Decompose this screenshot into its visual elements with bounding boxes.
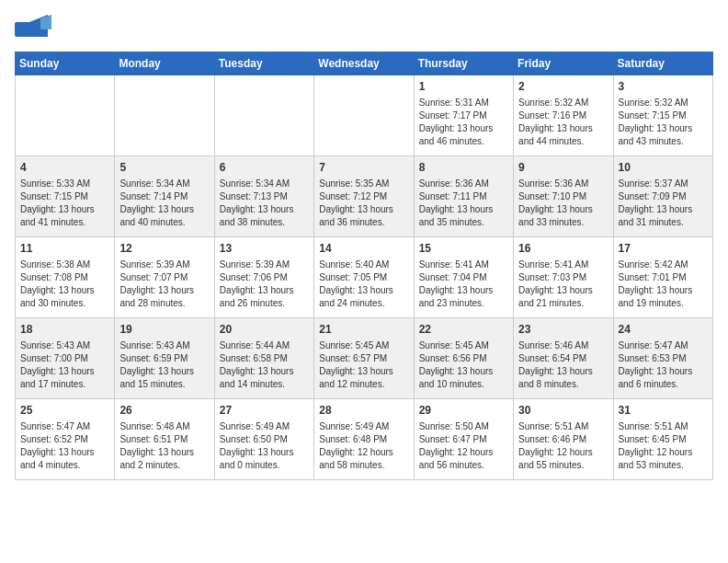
day-number: 12 bbox=[119, 241, 209, 257]
day-number: 3 bbox=[619, 79, 708, 95]
calendar-cell: 6Sunrise: 5:34 AMSunset: 7:13 PMDaylight… bbox=[214, 156, 313, 237]
day-number: 8 bbox=[419, 160, 508, 176]
day-info: Daylight: 13 hours bbox=[220, 203, 309, 216]
calendar-cell: 15Sunrise: 5:41 AMSunset: 7:04 PMDayligh… bbox=[414, 237, 513, 318]
svg-rect-0 bbox=[15, 22, 31, 37]
day-info: and 35 minutes. bbox=[419, 216, 508, 229]
calendar-cell: 22Sunrise: 5:45 AMSunset: 6:56 PMDayligh… bbox=[414, 318, 513, 399]
day-info: Daylight: 13 hours bbox=[518, 365, 608, 378]
day-info: Sunrise: 5:41 AM bbox=[419, 259, 508, 271]
day-info: Daylight: 13 hours bbox=[518, 203, 608, 216]
day-info: Daylight: 13 hours bbox=[319, 284, 408, 297]
day-info: Sunset: 7:06 PM bbox=[220, 271, 309, 284]
day-info: and 31 minutes. bbox=[619, 216, 708, 229]
day-info: and 0 minutes. bbox=[220, 459, 309, 472]
calendar-cell: 19Sunrise: 5:43 AMSunset: 6:59 PMDayligh… bbox=[115, 318, 214, 399]
day-info: Sunset: 7:07 PM bbox=[119, 271, 209, 284]
weekday-header: Friday bbox=[514, 52, 613, 75]
day-number: 24 bbox=[619, 322, 708, 338]
day-info: and 12 minutes. bbox=[319, 378, 408, 391]
day-info: and 15 minutes. bbox=[119, 378, 209, 391]
weekday-header: Tuesday bbox=[214, 52, 313, 75]
day-info: Sunrise: 5:51 AM bbox=[518, 420, 608, 433]
day-info: and 8 minutes. bbox=[518, 378, 608, 391]
calendar-cell bbox=[16, 75, 115, 156]
day-info: Daylight: 13 hours bbox=[20, 446, 109, 459]
calendar-cell: 10Sunrise: 5:37 AMSunset: 7:09 PMDayligh… bbox=[613, 156, 712, 237]
day-info: Sunrise: 5:41 AM bbox=[518, 259, 608, 271]
logo bbox=[15, 15, 55, 44]
day-number: 1 bbox=[419, 79, 508, 95]
calendar-cell: 18Sunrise: 5:43 AMSunset: 7:00 PMDayligh… bbox=[16, 318, 115, 399]
day-info: Daylight: 12 hours bbox=[319, 446, 408, 459]
day-info: Sunrise: 5:32 AM bbox=[518, 97, 608, 109]
day-number: 28 bbox=[319, 403, 408, 419]
day-info: Daylight: 13 hours bbox=[419, 203, 508, 216]
day-info: Sunset: 6:46 PM bbox=[518, 433, 608, 446]
day-info: Sunset: 7:05 PM bbox=[319, 271, 408, 284]
day-info: Sunset: 6:48 PM bbox=[319, 433, 408, 446]
day-number: 5 bbox=[119, 160, 209, 176]
day-info: Daylight: 13 hours bbox=[419, 284, 508, 297]
calendar-cell: 14Sunrise: 5:40 AMSunset: 7:05 PMDayligh… bbox=[314, 237, 414, 318]
calendar-cell bbox=[115, 75, 214, 156]
day-number: 20 bbox=[220, 322, 309, 338]
calendar-week-row: 1Sunrise: 5:31 AMSunset: 7:17 PMDaylight… bbox=[16, 75, 713, 156]
weekday-header: Thursday bbox=[414, 52, 513, 75]
day-info: Sunset: 7:09 PM bbox=[619, 190, 708, 203]
day-info: and 43 minutes. bbox=[619, 135, 708, 148]
day-info: and 40 minutes. bbox=[119, 216, 209, 229]
day-info: Sunrise: 5:32 AM bbox=[619, 97, 708, 109]
day-info: Sunrise: 5:46 AM bbox=[518, 339, 608, 352]
day-info: Daylight: 13 hours bbox=[319, 203, 408, 216]
day-number: 4 bbox=[20, 160, 109, 176]
day-number: 7 bbox=[319, 160, 408, 176]
logo-icon bbox=[15, 15, 51, 44]
day-info: Sunset: 6:45 PM bbox=[619, 433, 708, 446]
day-info: Daylight: 13 hours bbox=[619, 122, 708, 135]
day-info: and 33 minutes. bbox=[518, 216, 608, 229]
day-info: Daylight: 13 hours bbox=[220, 446, 309, 459]
calendar-week-row: 4Sunrise: 5:33 AMSunset: 7:15 PMDaylight… bbox=[16, 156, 713, 237]
day-info: and 23 minutes. bbox=[419, 297, 508, 310]
day-number: 10 bbox=[619, 160, 708, 176]
day-info: Sunset: 7:00 PM bbox=[20, 352, 109, 365]
day-number: 16 bbox=[518, 241, 608, 257]
day-info: Sunset: 6:50 PM bbox=[220, 433, 309, 446]
day-info: and 21 minutes. bbox=[518, 297, 608, 310]
day-info: and 36 minutes. bbox=[319, 216, 408, 229]
day-info: Sunset: 6:56 PM bbox=[419, 352, 508, 365]
day-info: Daylight: 13 hours bbox=[119, 446, 209, 459]
calendar-cell: 30Sunrise: 5:51 AMSunset: 6:46 PMDayligh… bbox=[514, 399, 613, 480]
day-info: Daylight: 13 hours bbox=[119, 203, 209, 216]
day-info: Daylight: 13 hours bbox=[518, 122, 608, 135]
day-info: Sunrise: 5:50 AM bbox=[419, 420, 508, 433]
day-info: Daylight: 13 hours bbox=[319, 365, 408, 378]
calendar-cell: 9Sunrise: 5:36 AMSunset: 7:10 PMDaylight… bbox=[514, 156, 613, 237]
day-info: Sunset: 7:12 PM bbox=[319, 190, 408, 203]
day-info: Sunrise: 5:35 AM bbox=[319, 178, 408, 190]
day-info: and 19 minutes. bbox=[619, 297, 708, 310]
day-info: Sunrise: 5:33 AM bbox=[20, 178, 109, 190]
calendar-cell: 8Sunrise: 5:36 AMSunset: 7:11 PMDaylight… bbox=[414, 156, 513, 237]
day-info: Sunset: 6:47 PM bbox=[419, 433, 508, 446]
day-number: 11 bbox=[20, 241, 109, 257]
calendar-week-row: 18Sunrise: 5:43 AMSunset: 7:00 PMDayligh… bbox=[16, 318, 713, 399]
calendar-cell bbox=[314, 75, 414, 156]
day-info: Daylight: 13 hours bbox=[419, 122, 508, 135]
day-info: Sunrise: 5:45 AM bbox=[319, 339, 408, 352]
day-info: Daylight: 13 hours bbox=[20, 284, 109, 297]
day-number: 14 bbox=[319, 241, 408, 257]
day-info: Sunrise: 5:31 AM bbox=[419, 97, 508, 109]
day-number: 9 bbox=[518, 160, 608, 176]
day-number: 15 bbox=[419, 241, 508, 257]
calendar-cell: 1Sunrise: 5:31 AMSunset: 7:17 PMDaylight… bbox=[414, 75, 513, 156]
calendar-week-row: 11Sunrise: 5:38 AMSunset: 7:08 PMDayligh… bbox=[16, 237, 713, 318]
day-info: Daylight: 13 hours bbox=[220, 284, 309, 297]
day-info: Sunrise: 5:40 AM bbox=[319, 259, 408, 271]
day-info: Sunset: 7:08 PM bbox=[20, 271, 109, 284]
day-info: and 41 minutes. bbox=[20, 216, 109, 229]
day-info: Sunrise: 5:47 AM bbox=[619, 339, 708, 352]
day-info: Sunrise: 5:39 AM bbox=[119, 259, 209, 271]
day-info: Sunset: 6:59 PM bbox=[119, 352, 209, 365]
